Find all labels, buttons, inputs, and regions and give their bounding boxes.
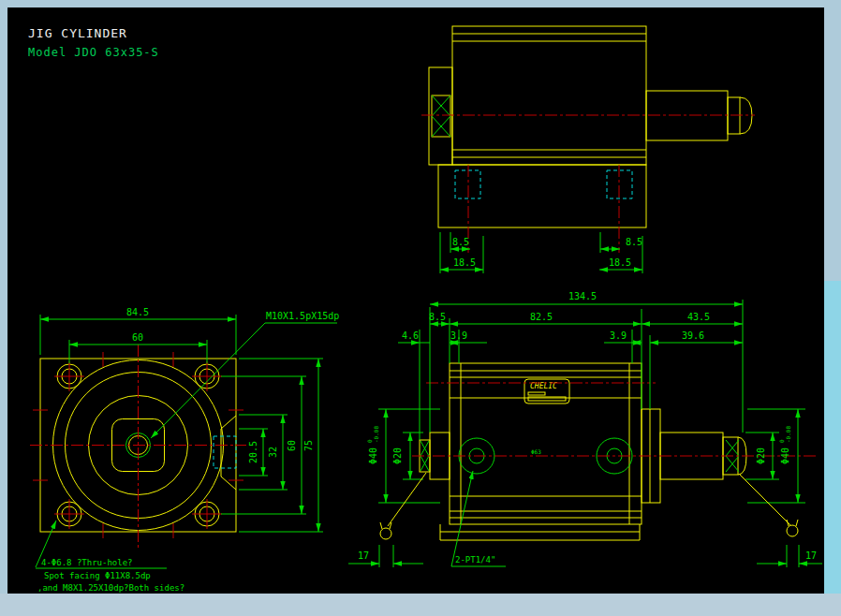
dim-side-43-5: 43.5 xyxy=(687,312,710,322)
dim-rod-dia-left: Φ20 xyxy=(392,447,403,464)
thread-callout: M10X1.5pX15dp xyxy=(266,311,339,321)
dim-rod-dia-right: Φ20 xyxy=(756,447,766,464)
dim-side-8-5: 8.5 xyxy=(429,312,446,322)
dim-side-39-6: 39.6 xyxy=(682,330,704,341)
dim-top-8-5-left: 8.5 xyxy=(452,237,469,247)
hole-note-line3: ,and M8X1.25X10dp?Both sides? xyxy=(37,583,184,593)
dim-top-8-5-right: 8.5 xyxy=(626,237,642,247)
dim-side-4-6: 4.6 xyxy=(402,330,419,341)
dim-side-82-5: 82.5 xyxy=(530,312,553,322)
dim-wrench-17-right: 17 xyxy=(805,550,817,561)
dim-top-18-5-left: 18.5 xyxy=(453,257,476,268)
hole-note-line2: Spot facing Φ11X8.5dp xyxy=(44,571,151,580)
dim-side-3-9-left: 3.9 xyxy=(450,330,467,341)
dim-front-75: 75 xyxy=(303,440,314,451)
right-scroll-strip[interactable] xyxy=(822,281,841,616)
bore-label: Φ63 xyxy=(531,448,541,455)
dim-top-18-5-right: 18.5 xyxy=(609,257,631,268)
dim-front-60-v: 60 xyxy=(287,440,297,451)
drawing-title: JIG CYLINDER xyxy=(28,26,127,40)
dim-hub-tol-dn-right: -0.08 xyxy=(785,426,791,443)
bottom-bar xyxy=(0,594,841,616)
dim-front-60-h: 60 xyxy=(132,332,143,343)
dim-hub-dia-right: Φ40 xyxy=(780,447,790,464)
port-callout: 2-PT1/4" xyxy=(455,555,495,565)
dim-front-20-5: 20.5 xyxy=(248,441,258,463)
cad-window: JIG CYLINDER Model JDO 63x35-S xyxy=(0,0,841,616)
dim-hub-tol-up-right: 0 xyxy=(778,439,785,443)
drawing-canvas[interactable] xyxy=(7,7,824,594)
dim-wrench-17-left: 17 xyxy=(358,550,369,561)
dim-side-3-9-right: 3.9 xyxy=(610,330,627,341)
dim-front-32: 32 xyxy=(268,447,278,458)
hole-note-line1: 4-Φ6.8 ?Thru-hole? xyxy=(41,558,133,567)
dim-front-84-5: 84.5 xyxy=(126,307,149,317)
dim-side-134-5: 134.5 xyxy=(568,291,597,301)
dim-hub-dia-left: Φ40 xyxy=(368,447,378,464)
model-label: Model JDO 63x35-S xyxy=(28,46,159,59)
dim-hub-tol-up-left: 0 xyxy=(366,439,373,443)
dim-hub-tol-dn-left: -0.08 xyxy=(373,426,379,443)
